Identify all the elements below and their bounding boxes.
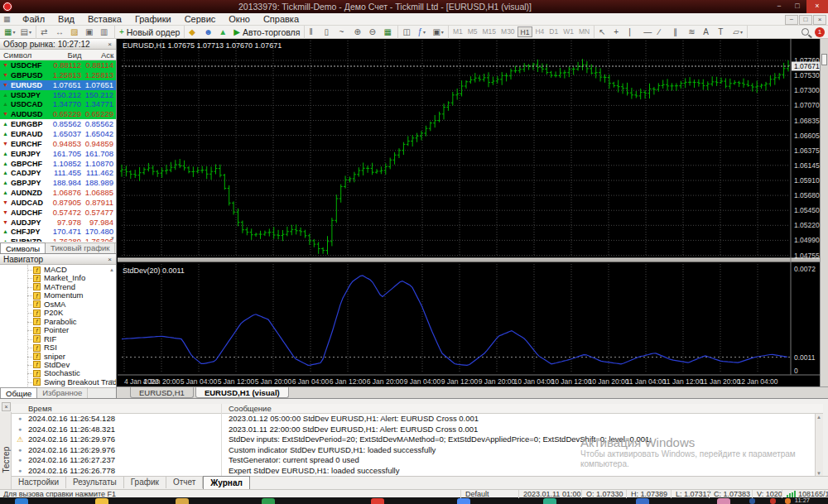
- timeframe-h4-button[interactable]: H4: [532, 26, 546, 37]
- menu-item-insert[interactable]: Вставка: [81, 13, 128, 26]
- child-restore-button[interactable]: □: [799, 15, 812, 25]
- close-icon[interactable]: ×: [105, 255, 114, 264]
- journal-scrollbar[interactable]: ▲ ▼: [815, 414, 823, 477]
- scroll-up-icon[interactable]: ▲: [109, 267, 114, 272]
- toolbar-new-order-button[interactable]: +Новый ордер: [118, 26, 181, 38]
- market-watch-row-chfjpy[interactable]: ▲CHFJPY170.471170.480: [0, 227, 116, 237]
- market-watch-row-cadjpy[interactable]: ▲CADJPY111.455111.462: [0, 168, 116, 178]
- market-watch-row-eurchf[interactable]: ▼EURCHF0.948530.94859: [0, 139, 116, 149]
- search-icon[interactable]: [802, 28, 809, 36]
- journal-row[interactable]: ⚠2024.02.16 11:26:29.976StdDev inputs: E…: [12, 434, 823, 445]
- window-close-button[interactable]: ×: [806, 0, 828, 13]
- journal-row[interactable]: ●2024.02.16 11:26:26.778Expert StdDev EU…: [12, 466, 823, 477]
- column-time[interactable]: Время: [28, 404, 52, 413]
- toolbar-zoom-in-button[interactable]: ⊕: [352, 26, 365, 38]
- taskbar-item-opera[interactable]: [371, 498, 384, 504]
- toolbar-fibonacci-button[interactable]: ≋: [686, 26, 700, 38]
- timeframe-m1-button[interactable]: M1: [450, 26, 465, 37]
- menu-item-file[interactable]: Файл: [16, 13, 51, 26]
- tester-tab-graph[interactable]: График: [124, 477, 166, 488]
- market-watch-row-usdcad[interactable]: ▲USDCAD1.347701.34771: [0, 99, 116, 109]
- scroll-down-icon[interactable]: ▼: [110, 236, 115, 241]
- market-watch-row-eurgbp[interactable]: ▲EURGBP0.855620.85562: [0, 119, 116, 129]
- toolbar-line-chart-mode-button[interactable]: ~: [337, 26, 350, 38]
- toolbar-channel-button[interactable]: ∥: [672, 26, 685, 38]
- chart-tab-eurusd-h1-visual[interactable]: EURUSD,H1 (visual): [195, 387, 289, 398]
- toolbar-market-button[interactable]: ◆: [187, 26, 200, 38]
- market-watch-row-audusd[interactable]: ▼AUDUSD0.652290.65229: [0, 109, 116, 119]
- child-close-button[interactable]: ×: [813, 15, 826, 25]
- tab-favorites[interactable]: Избранное: [37, 388, 88, 398]
- toolbar-new-chart-button[interactable]: ▦▾: [2, 26, 17, 38]
- toolbar-chart-shift-button[interactable]: ⇄: [39, 26, 52, 38]
- toolbar-shapes-button[interactable]: ▱▾: [731, 26, 744, 38]
- taskbar-item-app-teal[interactable]: [543, 498, 556, 504]
- chart-tab-eurusd-h1[interactable]: EURUSD,H1: [130, 387, 194, 398]
- taskbar-item-app-orange[interactable]: [785, 498, 791, 504]
- timeframe-d1-button[interactable]: D1: [546, 26, 561, 37]
- navigator-item-swing-breakout-trading-fi[interactable]: fSwing Breakout Trading Fi: [0, 378, 116, 386]
- close-icon[interactable]: ×: [2, 402, 11, 411]
- menu-item-help[interactable]: Справка: [257, 13, 306, 26]
- market-watch-row-usdchf[interactable]: ▼USDCHF0.881120.88114: [0, 60, 116, 70]
- toolbar-text-button[interactable]: A: [701, 26, 715, 38]
- notification-badge[interactable]: 1: [815, 27, 825, 37]
- tab-symbols[interactable]: Символы: [0, 242, 46, 253]
- toolbar-cascade-windows-button[interactable]: ▣: [84, 26, 97, 38]
- price-chart[interactable]: 1.077601.075301.073001.070701.068351.066…: [118, 39, 820, 386]
- market-watch-row-usdjpy[interactable]: ▲USDJPY150.212150.212: [0, 90, 116, 100]
- timeframe-h1-button[interactable]: H1: [518, 26, 533, 37]
- taskbar-item-app-red[interactable]: [770, 498, 776, 504]
- toolbar-tile-windows-button[interactable]: ▦: [382, 26, 395, 38]
- tester-tab-report[interactable]: Отчет: [166, 477, 203, 488]
- toolbar-signals-button[interactable]: ☻: [202, 26, 215, 38]
- navigator-item-pointer[interactable]: fPointer: [0, 326, 116, 335]
- tab-common[interactable]: Общие: [0, 387, 37, 398]
- column-message[interactable]: Сообщение: [229, 404, 272, 413]
- menu-item-view[interactable]: Вид: [51, 13, 81, 26]
- toolbar-data-window-button[interactable]: ▥: [99, 26, 112, 38]
- journal-row[interactable]: ●2024.02.16 11:26:29.976Custom indicator…: [12, 445, 823, 456]
- taskbar-item-app-green[interactable]: [262, 498, 275, 504]
- tester-tab-settings[interactable]: Настройки: [12, 477, 66, 488]
- toolbar-cursor-button[interactable]: ↖: [597, 26, 610, 38]
- market-watch-row-eurjpy[interactable]: ▲EURJPY161.705161.708: [0, 149, 116, 159]
- window-maximize-button[interactable]: □: [788, 0, 806, 13]
- taskbar-item-word[interactable]: [749, 498, 755, 504]
- column-symbol[interactable]: Символ: [0, 50, 46, 60]
- market-watch-row-audcad[interactable]: ▼AUDCAD0.879050.87911: [0, 198, 116, 208]
- market-watch-row-euraud[interactable]: ▲EURAUD1.650371.65042: [0, 129, 116, 139]
- scrollbar-thumb[interactable]: [821, 54, 827, 65]
- toolbar-arrange-button[interactable]: ◫: [401, 26, 414, 38]
- taskbar-item-start[interactable]: [15, 498, 28, 504]
- menu-item-service[interactable]: Сервис: [178, 13, 223, 26]
- market-watch-row-audnzd[interactable]: ▲AUDNZD1.068761.06885: [0, 188, 116, 198]
- scroll-down-icon[interactable]: ▼: [109, 379, 114, 384]
- scroll-up-icon[interactable]: ▲: [816, 415, 821, 420]
- menu-item-window[interactable]: Окно: [222, 13, 257, 26]
- column-bid[interactable]: Бид: [49, 50, 82, 60]
- timeframe-m15-button[interactable]: M15: [480, 26, 499, 37]
- market-watch-row-gbpjpy[interactable]: ▲GBPJPY188.984188.989: [0, 178, 116, 188]
- market-watch-row-audjpy[interactable]: ▼AUDJPY97.97897.984: [0, 218, 116, 228]
- taskbar-item-app-blue[interactable]: [636, 498, 649, 504]
- market-watch-row-eurusd[interactable]: ▼EURUSD1.076511.07651: [0, 80, 116, 90]
- navigator-item-rif[interactable]: fRIF: [0, 335, 116, 344]
- market-watch-row-audchf[interactable]: ▼AUDCHF0.574720.57477: [0, 208, 116, 218]
- taskbar-item-paint[interactable]: [717, 498, 730, 504]
- toolbar-vertical-line-button[interactable]: |: [627, 26, 640, 38]
- toolbar-trendline-button[interactable]: ∕: [657, 26, 670, 38]
- taskbar-item-explorer[interactable]: [95, 498, 108, 504]
- window-minimize-button[interactable]: −: [770, 0, 788, 13]
- market-watch-row-gbpchf[interactable]: ▲GBPCHF1.108521.10870: [0, 159, 116, 169]
- column-ask[interactable]: Аск: [84, 50, 113, 60]
- tester-tab-journal[interactable]: Журнал: [203, 476, 250, 489]
- journal-row[interactable]: ●2024.02.16 11:26:48.3212023.01.11 22:00…: [12, 425, 823, 435]
- market-watch-row-gbpusd[interactable]: ▼GBPUSD1.258131.25813: [0, 70, 116, 80]
- toolbar-horizontal-line-button[interactable]: —: [642, 26, 655, 38]
- journal-row[interactable]: ●2024.02.16 11:26:27.237TestGenerator: c…: [12, 455, 823, 466]
- child-minimize-button[interactable]: −: [785, 15, 798, 25]
- toolbar-indicators-list-button[interactable]: ƒ▾: [416, 26, 429, 38]
- menu-item-charts[interactable]: Графики: [128, 13, 178, 26]
- toolbar-vps-button[interactable]: ▲: [217, 26, 230, 38]
